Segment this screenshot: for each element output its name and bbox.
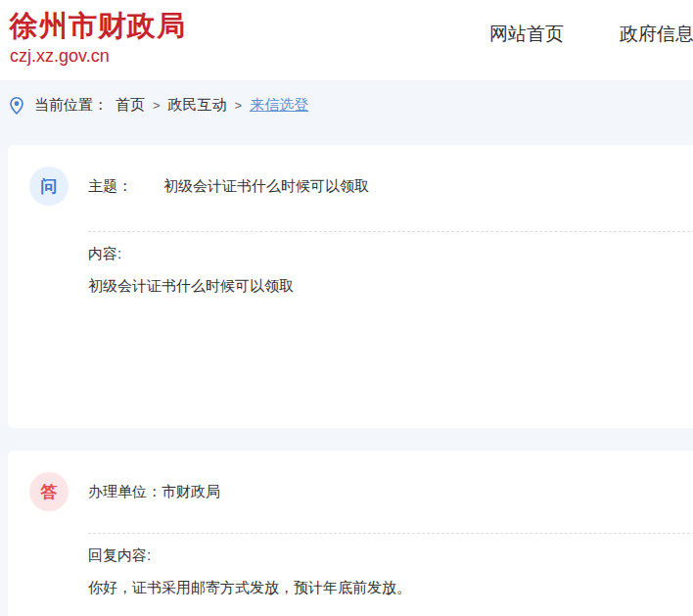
breadcrumb-item-letters[interactable]: 来信选登	[250, 96, 308, 115]
answer-card-body: 回复内容: 你好，证书采用邮寄方式发放，预计年底前发放。	[88, 533, 693, 597]
site-url: czj.xz.gov.cn	[10, 44, 693, 68]
breadcrumb-label: 当前位置：	[34, 96, 108, 115]
top-nav: 网站首页 政府信息	[489, 22, 693, 47]
subject-value: 初级会计证书什么时候可以领取	[163, 177, 369, 196]
answer-card-head: 答 办理单位： 市财政局	[8, 450, 693, 511]
reply-value: 你好，证书采用邮寄方式发放，预计年底前发放。	[88, 578, 693, 597]
breadcrumb-item-home[interactable]: 首页	[116, 96, 145, 115]
breadcrumb-separator: >	[153, 98, 161, 113]
answer-badge: 答	[29, 472, 69, 511]
reply-label: 回复内容:	[88, 545, 693, 565]
location-pin-icon	[8, 96, 25, 116]
question-subject-row: 主题： 初级会计证书什么时候可以领取	[88, 177, 369, 196]
content-label: 内容:	[88, 244, 693, 263]
answer-unit-row: 办理单位： 市财政局	[88, 483, 220, 501]
nav-item-home[interactable]: 网站首页	[489, 22, 564, 47]
content-value: 初级会计证书什么时候可以领取	[88, 276, 693, 296]
breadcrumb: 当前位置： 首页 > 政民互动 > 来信选登	[0, 80, 693, 118]
question-badge: 问	[29, 166, 69, 206]
nav-item-gov-info[interactable]: 政府信息	[620, 22, 693, 47]
site-header: 徐州市财政局 czj.xz.gov.cn 网站首页 政府信息	[0, 0, 693, 80]
breadcrumb-item-interaction[interactable]: 政民互动	[168, 96, 227, 115]
unit-label: 办理单位：	[88, 483, 162, 501]
question-card-head: 问 主题： 初级会计证书什么时候可以领取	[8, 145, 693, 206]
breadcrumb-separator: >	[235, 98, 243, 113]
answer-card: 答 办理单位： 市财政局 回复内容: 你好，证书采用邮寄方式发放，预计年底前发放…	[8, 450, 693, 616]
question-card: 问 主题： 初级会计证书什么时候可以领取 内容: 初级会计证书什么时候可以领取	[8, 145, 693, 428]
subject-label: 主题：	[88, 177, 132, 196]
question-card-body: 内容: 初级会计证书什么时候可以领取	[88, 231, 693, 296]
unit-value: 市财政局	[162, 483, 220, 501]
